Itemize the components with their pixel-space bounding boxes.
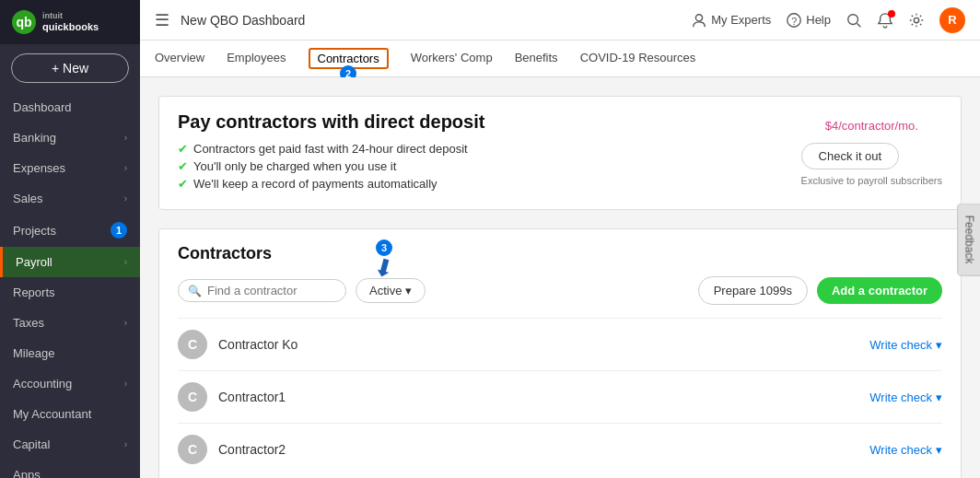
svg-point-7 — [914, 17, 918, 22]
settings-button[interactable] — [908, 12, 925, 29]
contractor-name: Contractor Ko — [218, 337, 298, 352]
arrow-down-icon: ⬇ — [371, 254, 397, 283]
page-title: New QBO Dashboard — [181, 13, 691, 28]
chevron-right-icon: › — [124, 193, 127, 204]
tab-benefits[interactable]: Benefits — [515, 41, 558, 76]
check-icon: ✔ — [178, 159, 188, 173]
tab-workers-comp[interactable]: Workers' Comp — [411, 41, 493, 76]
contractor-name: Contractor2 — [218, 442, 286, 457]
chevron-right-icon: › — [124, 133, 127, 143]
tab-employees[interactable]: Employees — [227, 41, 286, 76]
topbar: ☰ New QBO Dashboard My Experts ? Help R — [140, 0, 980, 41]
chevron-right-icon: › — [124, 379, 127, 389]
check-it-out-button[interactable]: Check it out — [801, 143, 900, 169]
sidebar-item-banking[interactable]: Banking › — [0, 122, 140, 153]
sidebar-item-capital[interactable]: Capital › — [0, 429, 140, 460]
chevron-down-icon: ▾ — [405, 284, 412, 297]
contractors-heading: Contractors — [178, 244, 942, 263]
write-check-button[interactable]: Write check ▾ — [869, 443, 942, 457]
promo-price: $4/contractor/mo. — [801, 111, 942, 135]
find-contractor-search[interactable]: 🔍 — [178, 279, 346, 302]
chevron-down-icon: ▾ — [936, 443, 942, 457]
sidebar-item-mileage[interactable]: Mileage — [0, 338, 140, 368]
chevron-right-icon: › — [124, 318, 127, 328]
quickbooks-logo-text: intuit quickbooks — [42, 11, 99, 33]
svg-point-5 — [848, 14, 858, 24]
tab-contractors[interactable]: Contractors 2 — [309, 48, 389, 69]
promo-feature-3: ✔ We'll keep a record of payments automa… — [178, 177, 484, 191]
search-icon — [846, 12, 862, 29]
chevron-right-icon: › — [124, 439, 127, 449]
contractor-row: C Contractor1 Write check ▾ — [178, 370, 942, 423]
chevron-right-icon: › — [124, 163, 127, 173]
contractors-section: Contractors 🔍 Active ▾ 3 ⬇ — [158, 228, 962, 478]
gear-icon — [908, 12, 925, 29]
write-check-button[interactable]: Write check ▾ — [869, 391, 942, 404]
tab-overview[interactable]: Overview — [155, 41, 204, 76]
sidebar-item-payroll[interactable]: Payroll › — [0, 247, 140, 277]
content-area: Pay contractors with direct deposit ✔ Co… — [140, 77, 980, 478]
badge-1: 1 — [111, 222, 127, 239]
notifications-button[interactable] — [877, 12, 893, 29]
sidebar-item-reports[interactable]: Reports — [0, 277, 140, 308]
tabs-bar: Overview Employees Contractors 2 Workers… — [140, 41, 980, 77]
help-button[interactable]: ? Help — [786, 12, 831, 29]
chevron-right-icon: › — [124, 257, 127, 267]
svg-point-2 — [696, 14, 703, 20]
chevron-down-icon: ▾ — [936, 391, 942, 404]
promo-right: $4/contractor/mo. Check it out Exclusive… — [801, 111, 942, 186]
check-icon: ✔ — [178, 177, 188, 191]
contractors-toolbar: 🔍 Active ▾ 3 ⬇ Prepare 1099s Ad — [178, 276, 942, 305]
search-input[interactable] — [207, 284, 336, 297]
quickbooks-logo-icon: qb — [11, 9, 37, 35]
sidebar-item-taxes[interactable]: Taxes › — [0, 308, 140, 338]
notification-dot — [888, 10, 895, 17]
sidebar-item-dashboard[interactable]: Dashboard — [0, 92, 140, 122]
main-area: ☰ New QBO Dashboard My Experts ? Help R — [140, 0, 980, 478]
question-icon: ? — [786, 12, 802, 29]
hamburger-icon[interactable]: ☰ — [155, 10, 169, 30]
my-experts-button[interactable]: My Experts — [691, 12, 771, 29]
sidebar-item-my-accountant[interactable]: My Accountant — [0, 399, 140, 429]
svg-line-6 — [858, 23, 861, 27]
add-contractor-button[interactable]: Add a contractor — [817, 277, 942, 304]
promo-banner: Pay contractors with direct deposit ✔ Co… — [158, 96, 962, 210]
feedback-tab[interactable]: Feedback — [958, 203, 980, 275]
avatar[interactable]: R — [939, 7, 965, 33]
avatar: C — [178, 435, 207, 464]
avatar: C — [178, 330, 207, 359]
badge-3-wrapper: Active ▾ 3 ⬇ — [356, 278, 426, 303]
svg-text:qb: qb — [16, 15, 31, 29]
sidebar-item-accounting[interactable]: Accounting › — [0, 368, 140, 399]
sidebar-logo: qb intuit quickbooks — [0, 0, 140, 44]
search-icon: 🔍 — [188, 285, 202, 297]
contractor-name: Contractor1 — [218, 390, 286, 404]
svg-text:?: ? — [792, 15, 798, 26]
sidebar: qb intuit quickbooks + New Dashboard Ban… — [0, 0, 140, 478]
sidebar-item-sales[interactable]: Sales › — [0, 183, 140, 214]
contractor-left: C Contractor1 — [178, 382, 286, 412]
new-button[interactable]: + New — [11, 53, 129, 83]
promo-feature-2: ✔ You'll only be charged when you use it — [178, 159, 484, 173]
sidebar-item-projects[interactable]: Projects 1 — [0, 214, 140, 247]
sidebar-item-apps[interactable]: Apps — [0, 460, 140, 478]
sidebar-item-expenses[interactable]: Expenses › — [0, 153, 140, 183]
exclusive-text: Exclusive to payroll subscribers — [801, 175, 942, 186]
topbar-actions: My Experts ? Help R — [691, 7, 965, 33]
step-3-indicator: 3 ⬇ — [374, 239, 394, 280]
contractor-left: C Contractor Ko — [178, 330, 298, 359]
promo-left: Pay contractors with direct deposit ✔ Co… — [178, 111, 484, 194]
person-icon — [691, 12, 707, 29]
check-icon: ✔ — [178, 142, 188, 156]
avatar: C — [178, 382, 207, 412]
tab-covid-resources[interactable]: COVID-19 Resources — [580, 41, 696, 76]
contractor-row: C Contractor Ko Write check ▾ — [178, 318, 942, 370]
chevron-down-icon: ▾ — [936, 338, 942, 352]
contractor-row: C Contractor2 Write check ▾ — [178, 423, 942, 475]
promo-feature-1: ✔ Contractors get paid fast with 24-hour… — [178, 142, 484, 156]
search-button[interactable] — [846, 12, 862, 29]
write-check-button[interactable]: Write check ▾ — [869, 338, 942, 352]
prepare-1099s-button[interactable]: Prepare 1099s — [698, 276, 808, 305]
contractor-left: C Contractor2 — [178, 435, 286, 464]
promo-title: Pay contractors with direct deposit — [178, 111, 484, 133]
